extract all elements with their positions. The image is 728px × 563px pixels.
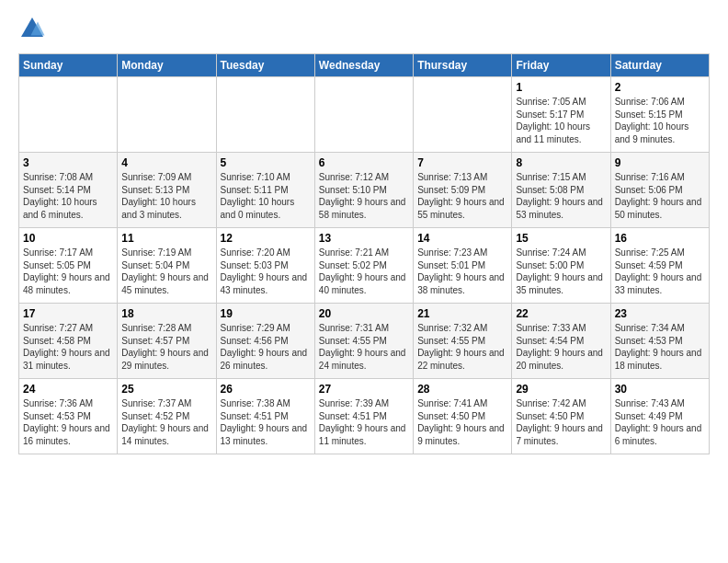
day-info: Sunrise: 7:10 AM Sunset: 5:11 PM Dayligh… — [221, 171, 311, 221]
day-info: Sunrise: 7:20 AM Sunset: 5:03 PM Dayligh… — [221, 247, 311, 296]
calendar-cell: 16Sunrise: 7:25 AM Sunset: 4:59 PM Dayli… — [610, 228, 709, 304]
calendar-week-row: 1Sunrise: 7:05 AM Sunset: 5:17 PM Daylig… — [19, 77, 710, 153]
day-info: Sunrise: 7:25 AM Sunset: 4:59 PM Dayligh… — [615, 247, 705, 296]
day-info: Sunrise: 7:05 AM Sunset: 5:17 PM Dayligh… — [516, 96, 606, 145]
calendar-cell: 15Sunrise: 7:24 AM Sunset: 5:00 PM Dayli… — [512, 228, 610, 304]
day-info: Sunrise: 7:15 AM Sunset: 5:08 PM Dayligh… — [516, 171, 606, 221]
day-info: Sunrise: 7:39 AM Sunset: 4:51 PM Dayligh… — [319, 397, 409, 447]
day-number: 2 — [615, 81, 705, 94]
day-info: Sunrise: 7:17 AM Sunset: 5:05 PM Dayligh… — [23, 247, 113, 296]
calendar-cell: 10Sunrise: 7:17 AM Sunset: 5:05 PM Dayli… — [19, 228, 118, 304]
weekday-header: Friday — [512, 54, 610, 77]
calendar: SundayMondayTuesdayWednesdayThursdayFrid… — [18, 53, 710, 454]
weekday-header: Tuesday — [216, 54, 314, 77]
day-number: 26 — [221, 383, 311, 396]
day-number: 29 — [516, 383, 606, 396]
day-info: Sunrise: 7:06 AM Sunset: 5:15 PM Dayligh… — [615, 96, 705, 145]
calendar-cell: 7Sunrise: 7:13 AM Sunset: 5:09 PM Daylig… — [414, 153, 512, 228]
calendar-cell: 23Sunrise: 7:34 AM Sunset: 4:53 PM Dayli… — [610, 304, 709, 379]
day-info: Sunrise: 7:12 AM Sunset: 5:10 PM Dayligh… — [319, 171, 409, 221]
day-number: 17 — [23, 307, 113, 320]
day-number: 10 — [23, 232, 113, 245]
day-info: Sunrise: 7:36 AM Sunset: 4:53 PM Dayligh… — [23, 397, 113, 447]
weekday-header: Monday — [118, 54, 216, 77]
calendar-cell — [118, 77, 216, 153]
day-info: Sunrise: 7:13 AM Sunset: 5:09 PM Dayligh… — [417, 171, 507, 221]
header-area — [18, 15, 710, 42]
day-number: 1 — [516, 81, 606, 94]
calendar-cell: 11Sunrise: 7:19 AM Sunset: 5:04 PM Dayli… — [118, 228, 216, 304]
day-number: 24 — [23, 383, 113, 396]
day-info: Sunrise: 7:09 AM Sunset: 5:13 PM Dayligh… — [121, 171, 211, 221]
calendar-cell: 6Sunrise: 7:12 AM Sunset: 5:10 PM Daylig… — [314, 153, 413, 228]
calendar-cell: 9Sunrise: 7:16 AM Sunset: 5:06 PM Daylig… — [610, 153, 709, 228]
day-number: 30 — [615, 383, 705, 396]
calendar-cell: 2Sunrise: 7:06 AM Sunset: 5:15 PM Daylig… — [610, 77, 709, 153]
day-info: Sunrise: 7:19 AM Sunset: 5:04 PM Dayligh… — [121, 247, 211, 296]
day-number: 15 — [516, 232, 606, 245]
calendar-cell: 26Sunrise: 7:38 AM Sunset: 4:51 PM Dayli… — [216, 379, 314, 454]
day-info: Sunrise: 7:24 AM Sunset: 5:00 PM Dayligh… — [516, 247, 606, 296]
calendar-cell: 4Sunrise: 7:09 AM Sunset: 5:13 PM Daylig… — [118, 153, 216, 228]
calendar-cell — [19, 77, 118, 153]
day-info: Sunrise: 7:21 AM Sunset: 5:02 PM Dayligh… — [319, 247, 409, 296]
day-number: 11 — [121, 232, 211, 245]
day-number: 8 — [516, 156, 606, 169]
day-info: Sunrise: 7:32 AM Sunset: 4:55 PM Dayligh… — [417, 322, 507, 372]
day-number: 18 — [121, 307, 211, 320]
calendar-week-row: 3Sunrise: 7:08 AM Sunset: 5:14 PM Daylig… — [19, 153, 710, 228]
day-number: 6 — [319, 156, 409, 169]
day-info: Sunrise: 7:27 AM Sunset: 4:58 PM Dayligh… — [23, 322, 113, 372]
calendar-cell — [414, 77, 512, 153]
calendar-cell: 13Sunrise: 7:21 AM Sunset: 5:02 PM Dayli… — [314, 228, 413, 304]
day-info: Sunrise: 7:43 AM Sunset: 4:49 PM Dayligh… — [615, 397, 705, 447]
day-number: 21 — [417, 307, 507, 320]
calendar-week-row: 24Sunrise: 7:36 AM Sunset: 4:53 PM Dayli… — [19, 379, 710, 454]
calendar-cell: 22Sunrise: 7:33 AM Sunset: 4:54 PM Dayli… — [512, 304, 610, 379]
calendar-cell: 20Sunrise: 7:31 AM Sunset: 4:55 PM Dayli… — [314, 304, 413, 379]
calendar-cell: 25Sunrise: 7:37 AM Sunset: 4:52 PM Dayli… — [118, 379, 216, 454]
calendar-cell: 29Sunrise: 7:42 AM Sunset: 4:50 PM Dayli… — [512, 379, 610, 454]
day-number: 3 — [23, 156, 113, 169]
calendar-cell: 27Sunrise: 7:39 AM Sunset: 4:51 PM Dayli… — [314, 379, 413, 454]
day-number: 27 — [319, 383, 409, 396]
calendar-cell: 1Sunrise: 7:05 AM Sunset: 5:17 PM Daylig… — [512, 77, 610, 153]
calendar-week-row: 17Sunrise: 7:27 AM Sunset: 4:58 PM Dayli… — [19, 304, 710, 379]
day-number: 7 — [417, 156, 507, 169]
calendar-cell: 8Sunrise: 7:15 AM Sunset: 5:08 PM Daylig… — [512, 153, 610, 228]
weekday-header: Saturday — [610, 54, 709, 77]
calendar-cell — [216, 77, 314, 153]
day-number: 23 — [615, 307, 705, 320]
calendar-cell: 18Sunrise: 7:28 AM Sunset: 4:57 PM Dayli… — [118, 304, 216, 379]
day-info: Sunrise: 7:08 AM Sunset: 5:14 PM Dayligh… — [23, 171, 113, 221]
weekday-header: Wednesday — [314, 54, 413, 77]
calendar-cell: 21Sunrise: 7:32 AM Sunset: 4:55 PM Dayli… — [414, 304, 512, 379]
calendar-cell: 24Sunrise: 7:36 AM Sunset: 4:53 PM Dayli… — [19, 379, 118, 454]
day-number: 22 — [516, 307, 606, 320]
day-number: 13 — [319, 232, 409, 245]
calendar-header-row: SundayMondayTuesdayWednesdayThursdayFrid… — [19, 54, 710, 77]
day-info: Sunrise: 7:28 AM Sunset: 4:57 PM Dayligh… — [121, 322, 211, 372]
day-info: Sunrise: 7:29 AM Sunset: 4:56 PM Dayligh… — [221, 322, 311, 372]
page: SundayMondayTuesdayWednesdayThursdayFrid… — [0, 0, 728, 464]
calendar-week-row: 10Sunrise: 7:17 AM Sunset: 5:05 PM Dayli… — [19, 228, 710, 304]
day-number: 20 — [319, 307, 409, 320]
day-info: Sunrise: 7:37 AM Sunset: 4:52 PM Dayligh… — [121, 397, 211, 447]
calendar-cell: 17Sunrise: 7:27 AM Sunset: 4:58 PM Dayli… — [19, 304, 118, 379]
day-number: 28 — [417, 383, 507, 396]
day-info: Sunrise: 7:31 AM Sunset: 4:55 PM Dayligh… — [319, 322, 409, 372]
weekday-header: Sunday — [19, 54, 118, 77]
calendar-cell: 12Sunrise: 7:20 AM Sunset: 5:03 PM Dayli… — [216, 228, 314, 304]
day-number: 5 — [221, 156, 311, 169]
logo-icon — [18, 15, 46, 42]
day-info: Sunrise: 7:23 AM Sunset: 5:01 PM Dayligh… — [417, 247, 507, 296]
day-info: Sunrise: 7:38 AM Sunset: 4:51 PM Dayligh… — [221, 397, 311, 447]
day-info: Sunrise: 7:41 AM Sunset: 4:50 PM Dayligh… — [417, 397, 507, 447]
calendar-cell: 3Sunrise: 7:08 AM Sunset: 5:14 PM Daylig… — [19, 153, 118, 228]
day-number: 12 — [221, 232, 311, 245]
day-info: Sunrise: 7:34 AM Sunset: 4:53 PM Dayligh… — [615, 322, 705, 372]
day-number: 9 — [615, 156, 705, 169]
calendar-cell: 28Sunrise: 7:41 AM Sunset: 4:50 PM Dayli… — [414, 379, 512, 454]
day-number: 14 — [417, 232, 507, 245]
calendar-cell — [314, 77, 413, 153]
